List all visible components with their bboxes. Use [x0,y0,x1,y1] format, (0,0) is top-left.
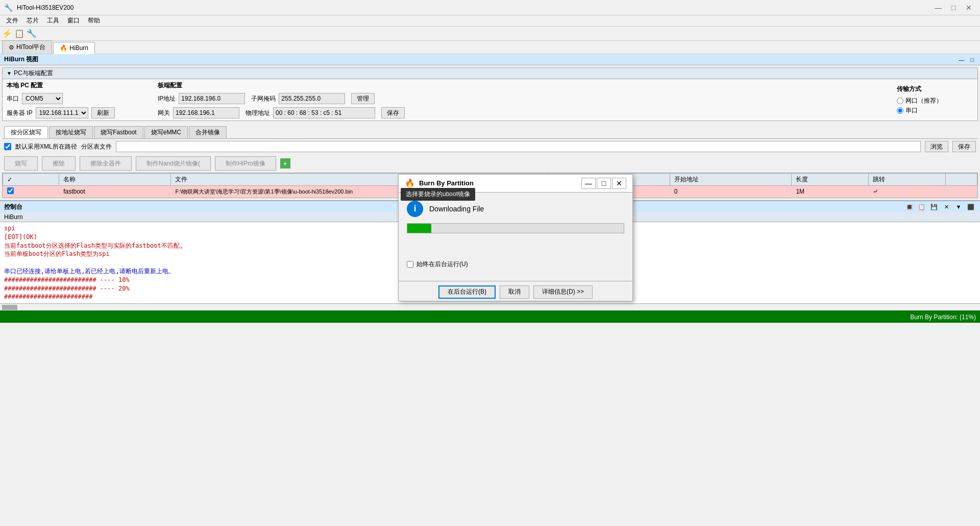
dialog-maximize[interactable]: □ [597,178,611,189]
subnet-label: 子网掩码 [251,94,276,103]
details-button[interactable]: 详细信息(D) >> [533,285,593,299]
toolbar-icon1: ⚡ [2,29,12,38]
toolbar-icon2: 📋 [14,29,24,38]
save-xml-button[interactable]: 保存 [952,141,976,152]
serial-radio[interactable] [897,107,903,114]
save-config-button[interactable]: 保存 [381,107,405,118]
maximize-button[interactable]: □ [946,2,961,13]
config-main-row: 本地 PC 配置 串口 COM5 服务器 IP 192.168.111.1 刷新 [3,79,977,121]
main-tab-bar: ⚙ HiTool平台 🔥 HiBurn [0,41,980,54]
tab-hiburn[interactable]: 🔥 HiBurn [53,42,95,54]
background-run-checkbox[interactable] [407,261,413,268]
browse-button[interactable]: 浏览 [925,141,948,152]
burn-tab-merge[interactable]: 合并镜像 [189,126,227,138]
console-btn-4[interactable]: ✕ [941,202,951,211]
serial-select[interactable]: COM5 [22,93,63,104]
console-btn-3[interactable]: 💾 [929,202,939,211]
console-btn-1[interactable]: 🔳 [904,202,915,211]
console-toolbar: 🔳 📋 💾 ✕ ▼ ⬛ [904,202,976,211]
console-btn-6[interactable]: ⬛ [966,202,976,211]
refresh-button[interactable]: 刷新 [91,107,115,118]
serial-label: 串口 [7,94,19,103]
progress-bar-fill [407,224,431,233]
tab-hitool[interactable]: ⚙ HiTool平台 [2,40,52,54]
toolbar-icon3: 🔧 [27,29,37,38]
status-bar: Burn By Partition: (11%) [0,310,980,323]
title-bar: 🔧 HiTool-Hi3518EV200 — □ ✕ [0,0,980,15]
run-background-button[interactable]: 在后台运行(B) [438,285,496,299]
make-nand-button[interactable]: 制作Nand烧片镜像( [136,156,211,171]
row-name: fastboot [59,186,171,198]
burn-tab-address[interactable]: 按地址烧写 [49,126,93,138]
col-action [945,174,977,186]
local-pc-label: 本地 PC 配置 [7,81,150,90]
burn-tab-fastboot[interactable]: 烧写Fastboot [94,126,143,138]
serial-radio-label: 串口 [905,106,918,115]
network-radio-item[interactable]: 网口（推荐） [897,97,973,105]
mac-input[interactable] [273,107,375,118]
hitool-tab-icon: ⚙ [9,44,14,51]
manage-button[interactable]: 管理 [351,93,375,104]
menu-chip[interactable]: 芯片 [22,15,43,26]
toolbar: ⚡ 📋 🔧 [0,27,980,41]
hitool-tab-label: HiTool平台 [16,43,45,52]
dialog-status-text: Downloading File [429,205,484,213]
action-buttons-row: 烧写 擦除 擦除全器件 制作Nand烧片镜像( 制作HiPro镜像 + [0,154,980,173]
add-row-button[interactable]: + [280,158,290,169]
subnet-input[interactable] [279,93,345,104]
erase-all-button[interactable]: 擦除全器件 [80,156,132,171]
console-btn-5[interactable]: ▼ [953,202,964,211]
dialog-content: i Downloading File 始终在后台运行(U) [399,193,632,281]
window-title: HiTool-Hi3518EV200 [17,4,74,11]
row-start-addr: 0 [670,186,792,198]
xml-path-checkbox[interactable] [4,143,11,150]
xml-row: 默认采用XML所在路径 分区表文件 浏览 保存 [0,139,980,154]
status-text: Burn By Partition: (11%) [910,314,976,321]
hiburn-view-maximize[interactable]: □ [968,57,976,63]
cancel-button[interactable]: 取消 [500,285,529,299]
console-btn-2[interactable]: 📋 [917,202,927,211]
burn-tab-emmc[interactable]: 烧写eMMC [144,126,188,138]
col-length: 长度 [792,174,869,186]
burn-by-partition-dialog[interactable]: 🔥 Burn By Partition — □ ✕ i Downloading … [398,174,633,301]
close-button[interactable]: ✕ [962,2,976,13]
burn-tabs: 按分区烧写 按地址烧写 烧写Fastboot 烧写eMMC 合并镜像 [2,125,978,139]
menu-file[interactable]: 文件 [2,15,22,26]
row-file: F:\物联网大讲堂\海思学习\官方资源\第1季\镜像\u-boot-hi3518… [171,186,426,198]
gateway-input[interactable] [173,107,239,118]
burn-tab-partition[interactable]: 按分区烧写 [4,126,48,138]
minimize-button[interactable]: — [931,2,945,13]
make-hipro-button[interactable]: 制作HiPro镜像 [215,156,276,171]
erase-button[interactable]: 擦除 [42,156,76,171]
console-horizontal-scrollbar[interactable] [0,303,980,310]
console-title: 控制台 [4,203,22,211]
info-icon: i [407,201,423,217]
dialog-minimize[interactable]: — [581,178,596,189]
server-ip-select[interactable]: 192.168.111.1 [36,107,88,118]
menu-window[interactable]: 窗口 [63,15,84,26]
dialog-checkbox-row: 始终在后台运行(U) [407,260,624,269]
mac-label: 物理地址 [246,109,270,117]
network-radio-label: 网口（推荐） [905,97,942,105]
ip-input[interactable] [179,93,245,104]
row-jump: ⤶ [868,186,945,198]
gateway-label: 网关 [158,109,170,117]
hiburn-view-minimize[interactable]: — [957,57,966,63]
menu-tools[interactable]: 工具 [43,15,63,26]
col-jump: 跳转 [868,174,945,186]
partition-file-input[interactable] [116,141,921,152]
dialog-title-bar: 🔥 Burn By Partition — □ ✕ [399,175,632,193]
board-config-label: 板端配置 [158,81,878,90]
col-start-addr: 开始地址 [670,174,792,186]
progress-bar-container [407,223,624,233]
serial-radio-item[interactable]: 串口 [897,106,973,115]
pc-config-header[interactable]: ▼ PC与板端配置 [3,68,977,79]
dialog-close[interactable]: ✕ [612,178,626,189]
pc-config-title: PC与板端配置 [14,69,53,78]
menu-help[interactable]: 帮助 [84,15,104,26]
network-radio[interactable] [897,98,903,104]
hiburn-view-header: HiBurn 视图 — □ [0,54,980,65]
dialog-buttons: 在后台运行(B) 取消 详细信息(D) >> [399,281,632,301]
row-check[interactable] [3,186,59,198]
burn-button[interactable]: 烧写 [4,156,38,171]
